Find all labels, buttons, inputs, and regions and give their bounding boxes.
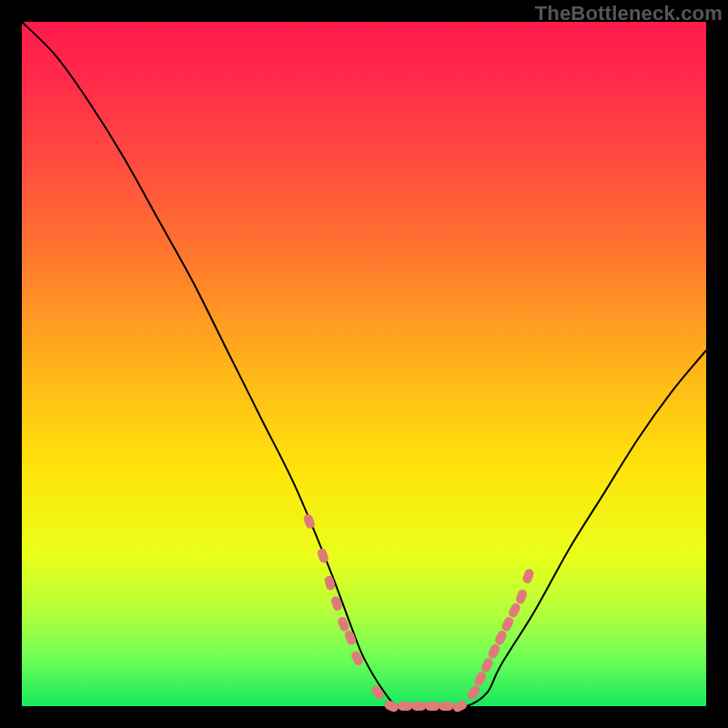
marker-dot [425, 702, 440, 711]
marker-dot [323, 575, 336, 592]
curve-layer [22, 22, 706, 706]
marker-dot [369, 684, 385, 702]
marker-dot [521, 568, 535, 584]
chart-frame: TheBottleneck.com [0, 0, 728, 728]
marker-dot [507, 602, 521, 619]
marker-dot [480, 657, 494, 674]
marker-dot [398, 702, 412, 711]
plot-area [22, 22, 706, 706]
bottleneck-curve [22, 22, 706, 707]
marker-dot [349, 650, 364, 667]
marker-dot [493, 629, 508, 646]
marker-dot [500, 615, 515, 632]
marker-dot [343, 630, 357, 647]
watermark-text: TheBottleneck.com [535, 2, 723, 25]
marker-dot [487, 642, 501, 660]
marker-dot [411, 702, 426, 711]
marker-dot [302, 513, 316, 531]
marker-dot [451, 699, 469, 713]
marker-dot [439, 702, 453, 711]
marker-dot [514, 588, 528, 605]
transition-markers [302, 513, 535, 713]
marker-dot [465, 684, 481, 702]
marker-dot [473, 671, 488, 688]
